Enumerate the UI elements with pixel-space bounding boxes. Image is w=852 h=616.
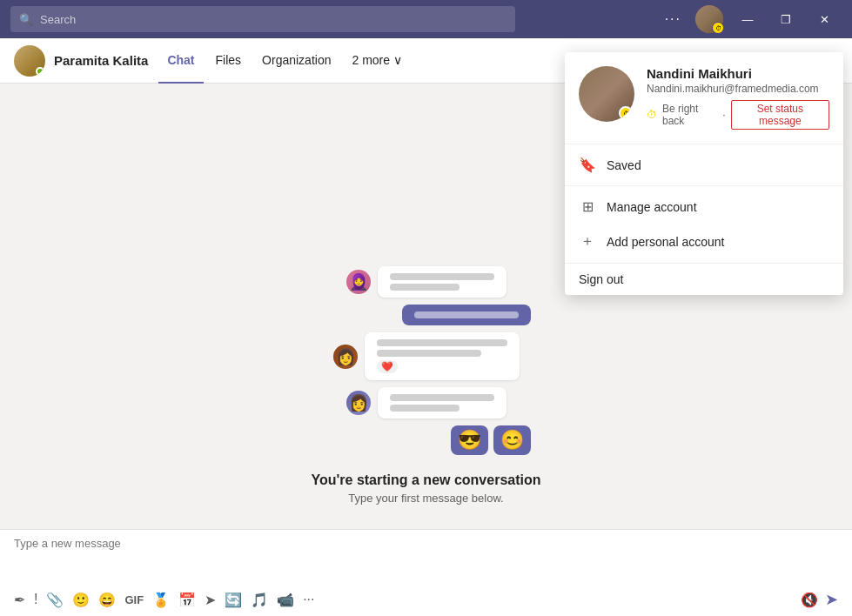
tab-files[interactable]: Files — [207, 38, 251, 84]
profile-status-row: ⏱ Be right back · Set status message — [647, 100, 829, 130]
sign-out-label: Sign out — [579, 272, 623, 286]
send-icon[interactable]: ➤ — [825, 590, 838, 609]
illus-avatar-1: 🧕 — [346, 270, 371, 294]
praise-icon[interactable]: 🏅 — [152, 592, 170, 608]
restore-button[interactable]: ❐ — [768, 6, 803, 32]
format-icon[interactable]: ✒ — [14, 592, 25, 608]
gif-icon[interactable]: GIF — [124, 593, 144, 606]
saved-item[interactable]: 🔖 Saved — [565, 148, 843, 182]
tab-organization[interactable]: Organization — [253, 38, 339, 84]
more-options-button[interactable]: ··· — [658, 8, 688, 30]
illustration-row-2: 👩 ❤️ — [333, 332, 520, 380]
audio-icon[interactable]: 🎵 — [251, 592, 268, 608]
manage-account-item[interactable]: ⊞ Manage account — [565, 190, 843, 224]
emoji-sticker-smile: 😊 — [493, 425, 531, 455]
manage-account-label: Manage account — [607, 200, 697, 214]
profile-info: Nandini Maikhuri Nandini.maikhuri@framed… — [647, 66, 829, 130]
reaction-row: ❤️ — [377, 360, 507, 373]
loop-icon[interactable]: 🔄 — [225, 592, 242, 608]
search-input[interactable] — [40, 13, 507, 26]
compose-toolbar: ✒ ! 📎 🙂 😄 GIF 🏅 📅 ➤ 🔄 🎵 📹 ··· 🔇 ➤ — [14, 586, 838, 609]
illus-line — [390, 284, 460, 291]
add-personal-label: Add personal account — [607, 235, 724, 249]
illus-sent-bubble — [402, 305, 531, 325]
schedule-icon[interactable]: 📅 — [178, 592, 196, 608]
manage-account-icon: ⊞ — [579, 198, 596, 215]
reaction-emoji: ❤️ — [377, 360, 398, 373]
sign-out-item[interactable]: Sign out — [565, 264, 843, 295]
avatar-status-badge: ⏱ — [712, 22, 724, 34]
saved-section: 🔖 Saved — [565, 144, 843, 186]
paramita-avatar — [14, 45, 45, 77]
illus-line — [377, 339, 507, 346]
profile-avatar-container[interactable]: ⏱ — [695, 5, 723, 33]
emoji-stickers-row: 😎 😊 — [451, 425, 531, 455]
status-text: Be right back — [662, 103, 717, 127]
minimize-button[interactable]: — — [730, 6, 765, 32]
profile-email: Nandini.maikhuri@framedmedia.com — [647, 83, 829, 95]
title-bar-right: ··· ⏱ — ❐ ✕ — [658, 5, 842, 33]
chat-illustration: 🧕 👩 ❤️ — [322, 266, 531, 455]
new-convo-subtitle: Type your first message below. — [311, 492, 540, 505]
saved-label: Saved — [607, 158, 641, 172]
search-icon: 🔍 — [19, 13, 33, 26]
profile-dropdown-avatar: ⏱ — [579, 66, 634, 122]
illus-avatar-3: 👩 — [346, 391, 371, 415]
sign-out-section: Sign out — [565, 264, 843, 295]
illus-line — [390, 394, 494, 401]
illus-line — [377, 350, 481, 357]
new-convo-title: You're starting a new conversation — [311, 472, 540, 488]
close-button[interactable]: ✕ — [807, 6, 842, 32]
profile-dropdown: ⏱ Nandini Maikhuri Nandini.maikhuri@fram… — [565, 52, 843, 295]
profile-display-name: Nandini Maikhuri — [647, 66, 829, 81]
tab-more[interactable]: 2 more ∨ — [343, 38, 410, 84]
illus-line — [390, 405, 460, 412]
send-later-icon[interactable]: ➤ — [205, 592, 216, 608]
attach-icon[interactable]: 📎 — [46, 592, 64, 608]
status-clock-icon: ⏱ — [647, 109, 657, 121]
illustration-row-sent — [322, 305, 531, 325]
illustration-row-1: 🧕 — [346, 266, 507, 298]
online-status-dot — [36, 67, 44, 76]
add-personal-account-item[interactable]: ＋ Add personal account — [565, 224, 843, 259]
new-conversation-info: You're starting a new conversation Type … — [311, 472, 540, 505]
illus-avatar-2: 👩 — [333, 345, 358, 369]
illus-sent-line — [414, 311, 519, 318]
bookmark-icon: 🔖 — [579, 157, 596, 173]
illustration-row-3: 👩 — [346, 387, 507, 418]
illus-lines-2 — [377, 339, 507, 357]
illus-line — [390, 273, 494, 280]
set-status-button[interactable]: Set status message — [731, 100, 829, 130]
video-icon[interactable]: 📹 — [277, 592, 294, 608]
important-icon[interactable]: ! — [34, 592, 37, 607]
search-box[interactable]: 🔍 — [10, 6, 515, 32]
add-account-icon: ＋ — [579, 232, 596, 251]
chat-nav-tabs: Chat Files Organization 2 more ∨ — [158, 38, 411, 84]
emoji-icon[interactable]: 🙂 — [72, 592, 90, 608]
status-dot-sep: · — [722, 109, 725, 121]
sticker-icon[interactable]: 😄 — [98, 592, 116, 608]
compose-area: ✒ ! 📎 🙂 😄 GIF 🏅 📅 ➤ 🔄 🎵 📹 ··· 🔇 ➤ — [0, 529, 852, 616]
profile-header: ⏱ Nandini Maikhuri Nandini.maikhuri@fram… — [565, 52, 843, 144]
title-bar: 🔍 ··· ⏱ — ❐ ✕ — [0, 0, 852, 38]
toolbar-right: 🔇 ➤ — [801, 590, 838, 609]
message-input[interactable] — [14, 537, 838, 583]
account-section: ⊞ Manage account ＋ Add personal account — [565, 186, 843, 264]
audio-message-icon[interactable]: 🔇 — [801, 592, 818, 608]
profile-status-badge: ⏱ — [619, 106, 633, 120]
chat-user-name: Paramita Kalita — [54, 53, 148, 68]
tab-chat[interactable]: Chat — [158, 38, 203, 84]
window-controls: — ❐ ✕ — [730, 6, 842, 32]
illus-lines-1 — [390, 273, 494, 291]
emoji-sticker-cool: 😎 — [451, 425, 488, 455]
more-actions-icon[interactable]: ··· — [303, 592, 314, 607]
illus-lines-3 — [390, 394, 494, 412]
